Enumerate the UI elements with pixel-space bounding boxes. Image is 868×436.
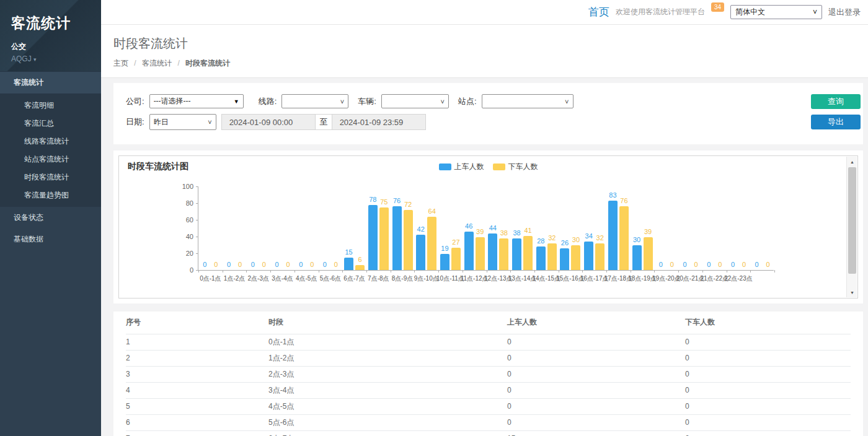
table-cell: 1: [126, 334, 268, 350]
table-cell: 1点-2点: [268, 350, 507, 366]
app-root: 客流统计 公交 AQGJ ▾ 客流统计 客流明细客流汇总线路客流统计站点客流统计…: [0, 0, 868, 436]
y-axis-tick-label: 60: [175, 216, 193, 224]
table-cell: 0: [507, 414, 685, 430]
table-row: 43点-4点00: [126, 382, 851, 398]
legend-item[interactable]: 上车人数: [439, 162, 484, 172]
chart-bar: [644, 237, 653, 270]
table-column-header: 序号: [126, 312, 268, 334]
table-cell: 2: [126, 350, 268, 366]
filter-panel: 公司: ---请选择--- ▼ 线路: ˅ 车辆: ˅ 站点: [113, 83, 863, 144]
sidebar-subitem[interactable]: 时段客流统计: [0, 168, 101, 186]
breadcrumb-current: 时段客流统计: [185, 59, 230, 68]
chart-bar: [427, 217, 436, 270]
bar-value-label: 41: [520, 227, 537, 234]
table-header-row: 序号时段上车人数下车人数: [126, 312, 851, 334]
vehicle-label: 车辆:: [358, 96, 376, 107]
chart-title: 时段车流统计图: [128, 161, 188, 172]
sidebar-item-base-data[interactable]: 基础数据: [0, 229, 101, 250]
x-axis-category-label: 22点-23点: [719, 274, 758, 283]
table-cell: 0: [685, 350, 851, 366]
chart-bar: [619, 206, 629, 270]
table-cell: 6: [126, 414, 268, 430]
table-panel: 序号时段上车人数下车人数 10点-1点0021点-2点0032点-3点0043点…: [113, 312, 863, 436]
table-cell: 0: [685, 382, 851, 398]
y-axis-tick: [196, 203, 198, 204]
x-axis-tick: [414, 270, 415, 272]
chart-bar: [355, 265, 365, 270]
sidebar-subitem[interactable]: 客流汇总: [0, 115, 101, 133]
date-preset-select[interactable]: 昨日 ˅: [149, 114, 216, 130]
table-cell: 0: [507, 398, 685, 414]
breadcrumb-separator: /: [134, 59, 136, 68]
sidebar-submenu: 客流明细客流汇总线路客流统计站点客流统计时段客流统计客流量趋势图: [0, 94, 101, 207]
chart-bar: [560, 248, 569, 270]
chart-plot: 020406080100000点-1点001点-2点002点-3点003点-4点…: [198, 187, 774, 271]
table-column-header: 时段: [268, 312, 507, 334]
home-link[interactable]: 首页: [588, 5, 609, 19]
chevron-down-icon: ▾: [33, 56, 37, 63]
chart-bar: [379, 207, 389, 270]
company-selected-value: ---请选择---: [154, 96, 191, 107]
table-cell: 7: [126, 430, 268, 436]
x-axis-tick: [678, 270, 679, 272]
chart-bar: [571, 245, 580, 271]
x-axis-tick: [487, 270, 487, 272]
notification-badge[interactable]: 34: [711, 2, 724, 12]
y-axis-tick-label: 100: [175, 183, 193, 190]
table-row: 10点-1点00: [126, 334, 851, 350]
logout-link[interactable]: 退出登录: [828, 7, 861, 18]
table-cell: 5点-6点: [268, 414, 507, 430]
bar-value-label: 39: [639, 228, 657, 235]
sidebar-item-passenger-stats[interactable]: 客流统计: [0, 71, 101, 94]
bar-value-label: 0: [327, 261, 345, 268]
sidebar-item-device-status[interactable]: 设备状态: [0, 207, 101, 229]
sidebar-subitem[interactable]: 客流量趋势图: [0, 186, 101, 204]
scrollbar-thumb[interactable]: [848, 167, 856, 274]
chart-bar: [404, 210, 413, 270]
breadcrumb-home[interactable]: 主页: [113, 59, 128, 68]
language-selected-value: 简体中文: [735, 7, 765, 17]
user-dropdown[interactable]: AQGJ ▾: [11, 54, 101, 63]
date-from-input[interactable]: 2024-01-09 00:00: [221, 114, 316, 130]
export-button[interactable]: 导出: [811, 115, 861, 129]
sidebar-subitem[interactable]: 线路客流统计: [0, 133, 101, 150]
table-cell: 3点-4点: [268, 382, 507, 398]
main-area: 首页 欢迎使用客流统计管理平台 34 简体中文 ˅ 退出登录 时段客流统计 主页…: [101, 0, 868, 436]
legend-item[interactable]: 下车人数: [493, 162, 538, 172]
x-axis-tick: [198, 270, 199, 272]
station-select[interactable]: ˅: [482, 94, 574, 108]
table-cell: 0: [507, 382, 685, 398]
breadcrumb: 主页 / 客流统计 / 时段客流统计: [113, 58, 868, 69]
chart-bar: [512, 238, 521, 270]
chart-bar: [595, 243, 604, 270]
scroll-down-arrow[interactable]: ▼: [847, 287, 857, 297]
x-axis-tick: [702, 270, 703, 272]
user-name: AQGJ: [11, 54, 32, 63]
chevron-down-icon: ˅: [813, 8, 817, 17]
language-select[interactable]: 简体中文 ˅: [730, 5, 822, 19]
x-axis-tick: [774, 270, 775, 272]
table-cell: 6: [685, 430, 851, 436]
station-label: 站点:: [458, 96, 477, 107]
y-axis-tick: [196, 220, 198, 220]
org-label: 公交: [11, 41, 101, 52]
table-row: 65点-6点00: [126, 414, 851, 430]
sidebar-subitem[interactable]: 站点客流统计: [0, 150, 101, 168]
vehicle-select[interactable]: ˅: [381, 94, 449, 108]
x-axis-tick: [606, 270, 607, 272]
chart-bar: [368, 205, 378, 270]
scroll-up-arrow[interactable]: ▲: [847, 157, 857, 167]
date-to-input[interactable]: 2024-01-09 23:59: [332, 114, 426, 130]
table-cell: 3: [126, 366, 268, 382]
query-button[interactable]: 查询: [811, 94, 861, 109]
table-cell: 0: [507, 334, 685, 350]
bar-value-label: 30: [628, 236, 645, 243]
x-axis-tick: [223, 270, 223, 272]
company-select[interactable]: ---请选择--- ▼: [149, 94, 244, 108]
sidebar-subitem[interactable]: 客流明细: [0, 97, 101, 115]
line-select[interactable]: ˅: [281, 94, 348, 108]
date-preset-value: 昨日: [154, 117, 169, 128]
topbar: 首页 欢迎使用客流统计管理平台 34 简体中文 ˅ 退出登录: [101, 0, 868, 25]
y-axis-tick: [196, 186, 198, 187]
breadcrumb-section[interactable]: 客流统计: [142, 59, 172, 68]
